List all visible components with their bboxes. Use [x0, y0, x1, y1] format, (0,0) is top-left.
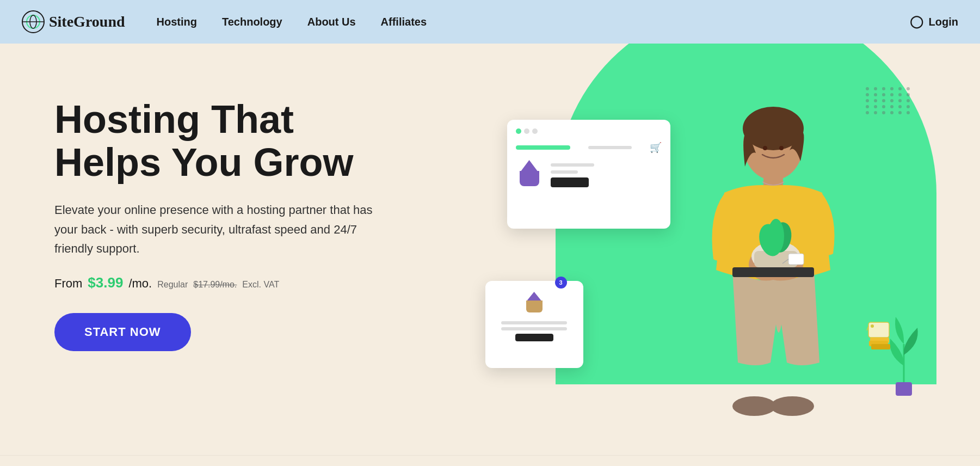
- price-tag-decoration: [866, 317, 893, 357]
- ui-card-small: 3: [485, 281, 583, 368]
- pricing-block: From $3.99 /mo. Regular $17.99/mo. Excl.…: [54, 274, 540, 291]
- small-card-lines: [493, 321, 576, 330]
- svg-rect-27: [871, 344, 890, 350]
- svg-rect-22: [868, 322, 889, 338]
- pot-body: [520, 171, 539, 186]
- login-label[interactable]: Login: [929, 16, 958, 28]
- pot-icon-main: [516, 160, 543, 190]
- card-btn-dark: [551, 177, 589, 187]
- small-pot-icon: [523, 292, 545, 317]
- hero-person: [664, 85, 871, 422]
- pricing-per-mo: /mo.: [128, 277, 152, 291]
- user-icon: ◯: [910, 15, 923, 29]
- card-dots: [516, 128, 662, 134]
- pricing-excl-vat: Excl. VAT: [242, 280, 279, 290]
- person-svg: [670, 96, 866, 422]
- card-line-3: [551, 170, 578, 174]
- svg-rect-15: [732, 267, 814, 277]
- svg-point-19: [779, 146, 784, 150]
- dot-2: [532, 128, 538, 134]
- logo-icon: [22, 10, 45, 33]
- card-line-green: [516, 145, 570, 150]
- pricing-price: $3.99: [88, 274, 123, 291]
- hero-visual: 🛒 3: [540, 76, 936, 422]
- header-right[interactable]: ◯ Login: [910, 15, 958, 29]
- svg-point-16: [732, 396, 776, 416]
- small-pot-body: [526, 301, 543, 312]
- card-line-dash-1: [588, 146, 632, 149]
- small-line-2: [501, 327, 568, 330]
- pricing-from: From: [54, 277, 82, 291]
- header-left: SiteGround Hosting Technology About Us A…: [22, 10, 436, 33]
- svg-point-12: [768, 219, 784, 254]
- card-body: [516, 160, 662, 190]
- card-line-2: [551, 163, 594, 167]
- card-top-row: 🛒: [516, 142, 662, 154]
- svg-point-17: [771, 396, 814, 416]
- small-line-1: [501, 321, 568, 324]
- hero-section: Hosting That Helps You Grow Elevate your…: [0, 44, 980, 455]
- nav-technology[interactable]: Technology: [212, 11, 292, 33]
- hero-title: Hosting That Helps You Grow: [54, 98, 381, 184]
- pricing-regular-label: Regular: [157, 280, 188, 290]
- nav-affiliates[interactable]: Affiliates: [371, 11, 436, 33]
- hero-content: Hosting That Helps You Grow Elevate your…: [54, 76, 540, 422]
- dots-decoration: [866, 87, 909, 131]
- logo[interactable]: SiteGround: [22, 10, 125, 33]
- svg-point-18: [763, 146, 767, 150]
- start-now-button[interactable]: START NOW: [54, 313, 191, 351]
- header: SiteGround Hosting Technology About Us A…: [0, 0, 980, 44]
- nav-hosting[interactable]: Hosting: [147, 11, 207, 33]
- svg-point-23: [871, 324, 874, 328]
- cart-icon: 🛒: [650, 142, 662, 154]
- dot-green: [516, 128, 521, 134]
- logo-text: SiteGround: [49, 13, 125, 30]
- svg-rect-20: [896, 382, 912, 396]
- small-btn-dark: [515, 334, 553, 341]
- pot-plant: [521, 160, 538, 171]
- hero-subtitle: Elevate your online presence with a host…: [54, 200, 392, 258]
- svg-rect-13: [788, 254, 804, 265]
- small-pot-plant: [527, 292, 541, 301]
- nav-about-us[interactable]: About Us: [298, 11, 366, 33]
- dot-1: [524, 128, 529, 134]
- ui-card-main: 🛒: [507, 120, 670, 229]
- card-lines-right: [551, 160, 594, 190]
- cart-badge: 3: [555, 277, 567, 289]
- pricing-original-price: $17.99/mo.: [193, 280, 237, 290]
- trust-bar: Hosting solutions trusted by the owners …: [0, 455, 980, 466]
- main-nav: Hosting Technology About Us Affiliates: [147, 11, 437, 33]
